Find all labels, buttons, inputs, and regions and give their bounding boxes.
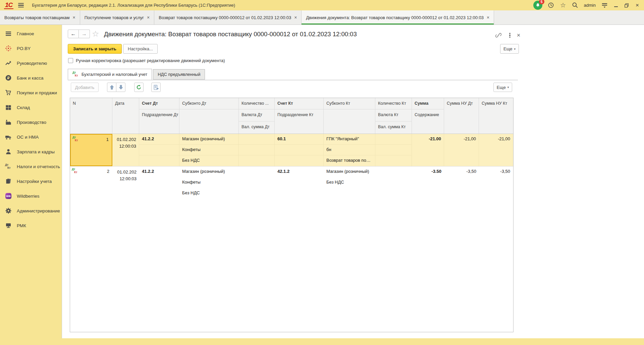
tab-receipts[interactable]: Поступление товаров и услуг× xyxy=(80,10,155,24)
window-tabbar: Возвраты товаров поставщикам× Поступлени… xyxy=(0,10,644,25)
tab-close-icon[interactable]: × xyxy=(487,15,489,20)
tab-return-document[interactable]: Возврат товаров поставщику 0000-000012 о… xyxy=(154,10,302,24)
sidebar-item-wildberries[interactable]: WB Wildberries xyxy=(0,189,62,203)
sidebar-item-warehouse[interactable]: Склад xyxy=(0,100,62,115)
sidebar-item-production[interactable]: Производство xyxy=(0,115,62,130)
tab-returns-list[interactable]: Возвраты товаров поставщикам× xyxy=(0,10,80,24)
sidebar-item-main[interactable]: Главное xyxy=(0,26,62,41)
subkonto-dt-cell[interactable]: Без НДС xyxy=(179,188,239,199)
close-window-button[interactable]: × xyxy=(635,3,640,8)
manual-adjustment-checkbox[interactable] xyxy=(68,58,73,63)
subkonto-kt-cell[interactable]: Без НДС xyxy=(324,177,375,188)
sidebar-item-manager[interactable]: Руководителю xyxy=(0,56,62,70)
tab-close-icon[interactable]: × xyxy=(147,15,150,20)
sidebar-item-salary[interactable]: Зарплата и кадры xyxy=(0,144,62,159)
subkonto-kt-cell[interactable]: бн xyxy=(324,145,375,155)
col-date: Дата xyxy=(112,98,139,134)
col-account-dt: Счет Дт xyxy=(139,98,179,109)
amount-nu-kt-cell[interactable]: -21,00 xyxy=(479,134,513,166)
date-cell[interactable]: 01.02.202 12:00:03 xyxy=(112,134,139,166)
n-cell-selected[interactable]: ДтКт 1 xyxy=(70,134,112,166)
subkonto-dt-cell[interactable]: Магазин (розничный) xyxy=(179,166,239,177)
col-amount: Сумма xyxy=(412,98,444,109)
amount-cell[interactable]: -3.50 xyxy=(412,166,444,199)
factory-icon xyxy=(4,118,12,126)
forward-button[interactable]: → xyxy=(79,30,90,38)
minimize-button[interactable] xyxy=(613,3,619,8)
account-kt-cell[interactable]: 42.1.2 xyxy=(275,166,324,177)
books-icon xyxy=(4,178,12,185)
col-qty-kt: Количество Кт xyxy=(375,98,412,109)
table-row[interactable]: ДтКт 2 01.02.202 12:00:03 41.2.2 Магазин… xyxy=(70,166,513,199)
account-kt-cell[interactable]: 60.1 xyxy=(275,134,324,145)
status-bar xyxy=(0,338,644,345)
table-row[interactable]: ДтКт 1 01.02.202 12:00:03 41.2.2 Магазин… xyxy=(70,134,513,166)
trend-up-icon xyxy=(4,59,12,67)
settings-button[interactable]: Настройка... xyxy=(123,44,158,54)
add-button[interactable]: Добавить xyxy=(71,83,99,92)
sidebar-item-purchases[interactable]: Покупки и продажи xyxy=(0,85,62,100)
search-icon[interactable] xyxy=(572,2,579,9)
chevron-down-icon: ▾ xyxy=(507,86,509,89)
sidebar-item-taxes[interactable]: ДтКт Налоги и отчетность xyxy=(0,159,62,174)
history-icon[interactable] xyxy=(548,2,554,9)
col-currency-dt: Валюта Дт xyxy=(239,109,275,121)
n-cell[interactable]: ДтКт 2 xyxy=(70,166,112,199)
tab-accounting-register[interactable]: ДтКт Бухгалтерский и налоговый учет xyxy=(68,69,152,80)
subkonto-dt-cell[interactable]: Конфеты xyxy=(179,145,239,155)
account-dt-cell[interactable]: 41.2.2 xyxy=(139,134,179,145)
sidebar-item-os-nma[interactable]: ОС и НМА xyxy=(0,130,62,144)
col-cur-amount-kt: Вал. сумма Кт xyxy=(375,121,412,134)
subkonto-dt-cell[interactable]: Конфеты xyxy=(179,177,239,188)
app-titlebar: 1С Бухгалтерия для Беларуси, редакция 2.… xyxy=(0,0,644,10)
cart-icon xyxy=(4,89,12,96)
current-user[interactable]: admin xyxy=(584,3,596,8)
sidebar-item-accounting-settings[interactable]: Настройки учета xyxy=(0,174,62,189)
subkonto-kt-cell[interactable]: Магазин (розничный) xyxy=(324,166,375,177)
more-button-toolbar[interactable]: Еще▾ xyxy=(493,83,512,92)
subkonto-dt-cell[interactable]: Без НДС xyxy=(179,155,239,166)
tab-vat-register[interactable]: НДС предъявленный xyxy=(153,69,205,80)
list-settings-button[interactable] xyxy=(151,83,161,92)
subkonto-dt-cell[interactable]: Магазин (розничный) xyxy=(179,134,239,145)
move-down-button[interactable] xyxy=(116,83,125,92)
tab-close-icon[interactable]: × xyxy=(73,15,75,20)
refresh-button[interactable] xyxy=(134,83,144,92)
wildberries-icon: WB xyxy=(4,192,12,200)
more-vertical-icon[interactable] xyxy=(506,32,513,39)
chevron-down-icon: ▾ xyxy=(514,47,516,51)
close-form-icon[interactable]: × xyxy=(515,32,522,39)
favorites-icon[interactable]: ☆ xyxy=(560,2,567,9)
subkonto-kt-cell[interactable]: Возврат товаров по… xyxy=(324,155,375,166)
date-cell[interactable]: 01.02.202 12:00:03 xyxy=(112,166,139,199)
person-icon xyxy=(4,148,12,155)
amount-cell[interactable]: -21.00 xyxy=(412,134,444,166)
save-close-button[interactable]: Записать и закрыть xyxy=(68,44,122,54)
tab-close-icon[interactable]: × xyxy=(294,15,297,20)
amount-nu-dt-cell[interactable]: -21,00 xyxy=(444,134,479,166)
main-menu-icon[interactable] xyxy=(17,2,24,8)
sidebar-item-poby[interactable]: PO.BY xyxy=(0,41,62,56)
account-dt-cell[interactable]: 41.2.2 xyxy=(139,166,179,177)
move-up-button[interactable] xyxy=(107,83,116,92)
amount-nu-kt-cell[interactable]: -3,50 xyxy=(479,166,513,199)
panel-divider xyxy=(68,80,518,80)
more-button-top[interactable]: Еще▾ xyxy=(500,44,519,54)
link-icon[interactable] xyxy=(495,32,502,39)
ruble-coin-icon: ₽ xyxy=(4,74,12,82)
user-menu-icon[interactable] xyxy=(601,2,608,9)
amount-nu-dt-cell[interactable]: -3,50 xyxy=(444,166,479,199)
subkonto-kt-cell[interactable]: ГПК "Янтарный" xyxy=(324,134,375,145)
favorite-star-icon[interactable]: ☆ xyxy=(92,29,99,39)
back-button[interactable]: ← xyxy=(68,30,79,38)
sidebar-item-rmk[interactable]: РМК xyxy=(0,218,62,233)
sidebar-item-administration[interactable]: Администрирование xyxy=(0,203,62,218)
restore-button[interactable] xyxy=(624,3,629,8)
manual-adjustment-label: Ручная корректировка (разрешает редактир… xyxy=(76,58,225,63)
gear-icon xyxy=(4,207,12,214)
page-title: Движения документа: Возврат товаров пост… xyxy=(104,31,357,38)
sidebar-item-bank[interactable]: ₽ Банк и касса xyxy=(0,70,62,85)
col-amount-nu-dt: Сумма НУ Дт xyxy=(444,98,479,134)
notification-bell-icon[interactable]: 5 xyxy=(533,1,542,10)
tab-document-movements[interactable]: Движения документа: Возврат товаров пост… xyxy=(302,10,494,24)
